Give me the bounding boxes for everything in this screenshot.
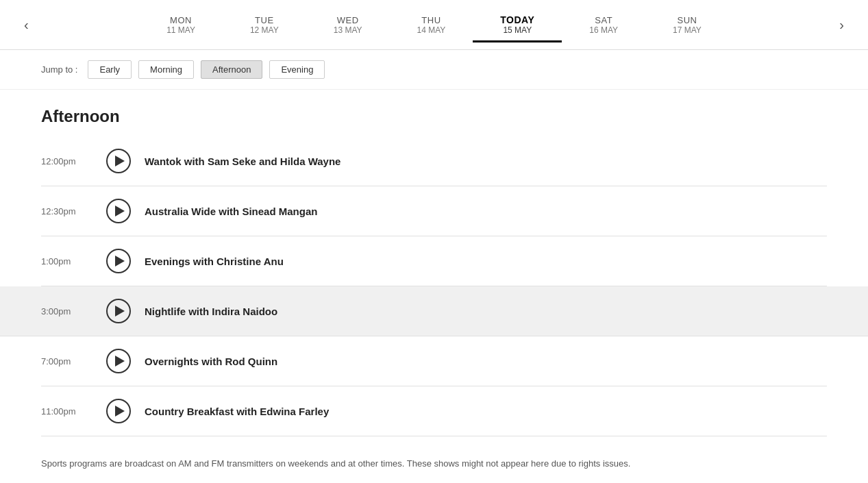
day-item-mon[interactable]: MON11 MAY [139, 8, 223, 42]
jump-btn-afternoon[interactable]: Afternoon [201, 60, 262, 79]
day-name-sat: SAT [595, 15, 612, 25]
jump-btn-morning[interactable]: Morning [138, 60, 194, 79]
day-item-thu[interactable]: THU14 MAY [390, 8, 473, 42]
day-navigation: ‹ MON11 MAYTUE12 MAYWED13 MAYTHU14 MAYTO… [0, 0, 868, 50]
show-title: Evenings with Christine Anu [145, 256, 284, 267]
day-item-wed[interactable]: WED13 MAY [306, 8, 390, 42]
play-button[interactable] [106, 299, 131, 323]
play-icon [115, 306, 125, 317]
footer-text: Sports programs are broadcast on AM and … [41, 458, 630, 469]
day-name-sun: SUN [678, 15, 697, 25]
show-title: Nightlife with Indira Naidoo [145, 306, 277, 317]
play-icon [115, 406, 125, 417]
day-name-mon: MON [170, 15, 192, 25]
day-date-today: 15 MAY [503, 25, 532, 35]
show-title: Wantok with Sam Seke and Hilda Wayne [145, 156, 340, 167]
jump-bar: Jump to : EarlyMorningAfternoonEvening [0, 50, 868, 90]
time-label: 3:00pm [41, 306, 92, 317]
schedule-row: 3:00pmNightlife with Indira Naidoo [0, 286, 868, 336]
day-date-sun: 17 MAY [673, 25, 702, 35]
schedule-row: 11:00pmCountry Breakfast with Edwina Far… [41, 386, 827, 436]
prev-day-button[interactable]: ‹ [14, 10, 39, 40]
day-date-wed: 13 MAY [334, 25, 362, 35]
time-label: 12:30pm [41, 206, 92, 216]
jump-btn-early[interactable]: Early [88, 60, 132, 79]
day-date-sat: 16 MAY [589, 25, 618, 35]
days-list: MON11 MAYTUE12 MAYWED13 MAYTHU14 MAYTODA… [39, 8, 830, 42]
day-item-tue[interactable]: TUE12 MAY [223, 8, 306, 42]
day-item-sat[interactable]: SAT16 MAY [562, 8, 645, 42]
next-day-button[interactable]: › [829, 10, 854, 40]
schedule-row: 7:00pmOvernights with Rod Quinn [41, 336, 827, 386]
day-name-wed: WED [337, 15, 359, 25]
play-icon [115, 156, 125, 166]
schedule-row: 1:00pmEvenings with Christine Anu [41, 236, 827, 286]
schedule-row: 12:30pmAustralia Wide with Sinead Mangan [41, 186, 827, 236]
play-icon [115, 206, 125, 216]
play-button[interactable] [106, 399, 131, 423]
day-name-thu: THU [421, 15, 441, 25]
time-label: 1:00pm [41, 256, 92, 267]
play-button[interactable] [106, 199, 131, 223]
play-button[interactable] [106, 149, 131, 173]
show-title: Australia Wide with Sinead Mangan [145, 206, 317, 217]
section-heading: Afternoon [0, 90, 868, 136]
play-button[interactable] [106, 349, 131, 373]
time-label: 11:00pm [41, 406, 92, 417]
day-date-tue: 12 MAY [250, 25, 279, 35]
show-title: Overnights with Rod Quinn [145, 356, 277, 367]
show-title: Country Breakfast with Edwina Farley [145, 406, 329, 417]
play-icon [115, 356, 125, 367]
time-label: 12:00pm [41, 156, 92, 166]
time-label: 7:00pm [41, 356, 92, 367]
schedule-list: 12:00pmWantok with Sam Seke and Hilda Wa… [0, 136, 868, 436]
schedule-row: 12:00pmWantok with Sam Seke and Hilda Wa… [41, 136, 827, 186]
day-item-sun[interactable]: SUN17 MAY [645, 8, 729, 42]
day-date-mon: 11 MAY [166, 25, 195, 35]
jump-btn-evening[interactable]: Evening [269, 60, 325, 79]
day-name-today: TODAY [500, 14, 534, 25]
day-date-thu: 14 MAY [417, 25, 446, 35]
play-icon [115, 256, 125, 267]
jump-label: Jump to : [41, 64, 77, 75]
footer-note: Sports programs are broadcast on AM and … [0, 436, 868, 483]
day-item-today[interactable]: TODAY15 MAY [473, 8, 562, 42]
play-button[interactable] [106, 249, 131, 273]
day-name-tue: TUE [255, 15, 274, 25]
